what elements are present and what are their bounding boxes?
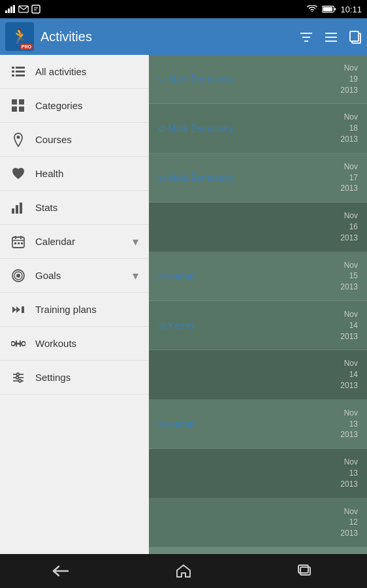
- page-title: Activities: [40, 29, 299, 44]
- sidebar-item-stats[interactable]: Stats: [0, 191, 149, 225]
- activity-date: Nov132013: [340, 457, 358, 489]
- bottom-nav: [0, 554, 367, 588]
- list-view-icon[interactable]: [324, 29, 338, 44]
- svg-rect-28: [19, 106, 24, 112]
- svg-rect-31: [16, 205, 18, 214]
- back-button[interactable]: [35, 554, 88, 588]
- all-activities-label: All activities: [35, 66, 138, 77]
- time-display: 10:11: [340, 5, 362, 14]
- svg-rect-9: [334, 8, 336, 10]
- svg-rect-20: [16, 67, 25, 69]
- svg-rect-30: [12, 208, 14, 214]
- sidebar-item-courses[interactable]: Courses: [0, 123, 149, 157]
- svg-rect-2: [10, 7, 12, 13]
- svg-rect-38: [18, 242, 20, 244]
- sidebar-item-workouts[interactable]: Workouts: [0, 327, 149, 361]
- svg-rect-19: [12, 67, 14, 69]
- runner-icon: 🏃: [11, 28, 29, 45]
- activity-list: st-Malé Žernoseky Nov192013 st-Malé Žern…: [149, 55, 367, 547]
- goals-icon: [10, 268, 26, 284]
- mail-icon: [18, 5, 29, 13]
- workouts-label: Workouts: [35, 338, 138, 349]
- calendar-label: Calendar: [35, 236, 133, 247]
- activity-name: st-Kemer: [158, 320, 195, 331]
- svg-rect-25: [12, 99, 17, 105]
- table-row[interactable]: st-Kemer Nov152013: [149, 252, 367, 301]
- activity-date: Nov172013: [340, 161, 358, 194]
- svg-marker-43: [12, 306, 16, 313]
- svg-rect-26: [19, 99, 24, 105]
- svg-marker-44: [16, 306, 20, 313]
- sidebar-item-calendar[interactable]: Calendar ▾: [0, 225, 149, 259]
- svg-rect-0: [5, 10, 7, 13]
- recent-apps-button[interactable]: [279, 554, 332, 588]
- courses-label: Courses: [35, 134, 138, 145]
- svg-point-42: [16, 274, 20, 278]
- svg-rect-1: [8, 8, 10, 13]
- wifi-icon: [306, 5, 318, 13]
- svg-rect-39: [21, 242, 23, 244]
- battery-icon: [322, 5, 336, 13]
- notification-icon: [31, 5, 40, 14]
- all-activities-icon: [10, 64, 26, 80]
- sidebar-item-training-plans[interactable]: Training plans: [0, 293, 149, 327]
- svg-point-47: [22, 342, 25, 346]
- activity-list-container: st-Malé Žernoseky Nov192013 st-Malé Žern…: [149, 55, 367, 554]
- table-row[interactable]: st-Malé Žernoseky Nov182013: [149, 104, 367, 153]
- copy-icon[interactable]: [349, 29, 362, 44]
- settings-icon: [10, 370, 26, 385]
- svg-point-53: [17, 373, 20, 376]
- activity-name: st-Malé Žernoseky: [158, 172, 233, 183]
- courses-icon: [10, 132, 26, 148]
- table-row[interactable]: Nov122013: [149, 498, 367, 547]
- top-bar-icons: [299, 29, 362, 44]
- activity-date: Nov192013: [340, 63, 358, 95]
- svg-point-29: [17, 135, 20, 139]
- svg-rect-3: [13, 5, 15, 13]
- svg-point-56: [16, 376, 19, 379]
- sidebar-item-all-activities[interactable]: All activities: [0, 55, 149, 89]
- svg-rect-45: [22, 306, 24, 313]
- sidebar-item-goals[interactable]: Goals ▾: [0, 259, 149, 293]
- sidebar-item-categories[interactable]: Categories: [0, 89, 149, 123]
- health-label: Health: [35, 168, 138, 179]
- svg-rect-27: [12, 106, 17, 112]
- status-icons-right: 10:11: [306, 5, 362, 14]
- sidebar-item-settings[interactable]: Settings: [0, 361, 149, 395]
- signal-icon: [5, 5, 16, 13]
- table-row[interactable]: Nov132013: [149, 449, 367, 498]
- home-button[interactable]: [157, 554, 210, 588]
- status-icons-left: [5, 5, 40, 14]
- training-plans-label: Training plans: [35, 304, 138, 315]
- status-bar: 10:11: [0, 0, 367, 18]
- app-logo: 🏃 PRO: [5, 22, 34, 51]
- svg-rect-24: [16, 74, 25, 76]
- sidebar: All activities Categories: [0, 55, 149, 554]
- activity-date: Nov142013: [340, 309, 358, 342]
- filter-icon[interactable]: [299, 29, 313, 44]
- svg-point-59: [19, 380, 22, 382]
- svg-point-46: [11, 342, 15, 346]
- goals-label: Goals: [35, 270, 133, 281]
- svg-rect-37: [14, 242, 16, 244]
- activity-date: Nov182013: [340, 112, 358, 144]
- activity-name: st-Malé Žernoseky: [158, 123, 233, 134]
- health-icon: [10, 166, 26, 182]
- activity-name: st-Malé Žernoseky: [158, 74, 233, 84]
- table-row[interactable]: st-Malé Žernoseky Nov172013: [149, 154, 367, 203]
- table-row[interactable]: st-Malé Žernoseky Nov192013: [149, 55, 367, 104]
- svg-rect-49: [16, 340, 17, 347]
- svg-rect-50: [20, 340, 21, 347]
- table-row[interactable]: Nov162013: [149, 203, 367, 252]
- svg-rect-21: [12, 71, 14, 73]
- activity-name: st-Kemer: [158, 419, 195, 429]
- sidebar-item-health[interactable]: Health: [0, 157, 149, 191]
- categories-label: Categories: [35, 100, 138, 111]
- table-row[interactable]: st-Kemer Nov142013: [149, 301, 367, 350]
- table-row[interactable]: st-Kemer Nov132013: [149, 400, 367, 449]
- svg-rect-32: [20, 203, 22, 214]
- table-row[interactable]: Nov142013: [149, 350, 367, 399]
- svg-rect-22: [16, 71, 25, 73]
- activity-date: Nov142013: [340, 358, 358, 391]
- goals-arrow: ▾: [133, 269, 138, 283]
